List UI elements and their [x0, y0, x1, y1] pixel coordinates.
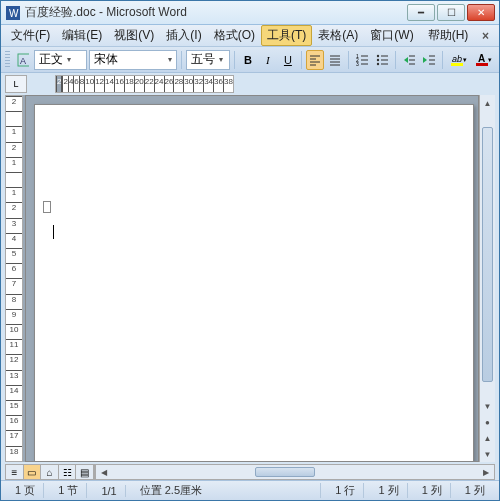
svg-text:A: A: [478, 53, 485, 64]
bullet-list-button[interactable]: [373, 50, 391, 70]
ruler-tick: 10: [84, 76, 94, 92]
tab-selector[interactable]: L: [5, 75, 27, 93]
font-combo[interactable]: 宋体▾: [89, 50, 176, 70]
status-section[interactable]: 1 节: [50, 483, 87, 498]
ruler-tick: 22: [144, 76, 154, 92]
ruler-tick: 16: [114, 76, 124, 92]
ruler-tick: 1: [6, 157, 22, 172]
scroll-up-icon[interactable]: ▲: [480, 95, 495, 111]
ruler-tick: 10: [6, 324, 22, 339]
horizontal-ruler[interactable]: 22468101214161820222426283032343638: [55, 75, 234, 93]
status-page-count[interactable]: 1/1: [93, 485, 125, 497]
menu-table[interactable]: 表格(A): [312, 25, 364, 46]
view-print-layout-icon[interactable]: ▭: [24, 465, 42, 479]
ruler-tick: 8: [6, 294, 22, 309]
status-col-3[interactable]: 1 列: [457, 483, 493, 498]
ruler-tick: 24: [154, 76, 164, 92]
close-button[interactable]: ✕: [467, 4, 495, 21]
text-cursor: [53, 225, 54, 239]
document-area: 2121123456789101112131415161718 ▲ ▼ ● ▲ …: [5, 95, 495, 462]
font-color-button[interactable]: A▾: [472, 50, 495, 70]
svg-rect-35: [476, 63, 488, 66]
app-window: W 百度经验.doc - Microsoft Word ━ ☐ ✕ 文件(F) …: [0, 0, 500, 501]
increase-indent-button[interactable]: [420, 50, 438, 70]
minimize-button[interactable]: ━: [407, 4, 435, 21]
titlebar[interactable]: W 百度经验.doc - Microsoft Word ━ ☐ ✕: [1, 1, 499, 25]
menu-file[interactable]: 文件(F): [5, 25, 56, 46]
scroll-left-icon[interactable]: ◀: [96, 468, 112, 477]
view-reading-icon[interactable]: ▤: [76, 465, 94, 479]
svg-text:ab: ab: [452, 54, 462, 64]
styles-pane-icon[interactable]: A: [14, 50, 32, 70]
status-col-1[interactable]: 1 列: [370, 483, 407, 498]
scroll-right-icon[interactable]: ▶: [478, 468, 494, 477]
ruler-tick: 1: [6, 187, 22, 202]
ruler-tick: 9: [6, 309, 22, 324]
align-distribute-button[interactable]: [326, 50, 344, 70]
window-title: 百度经验.doc - Microsoft Word: [25, 4, 407, 21]
svg-point-18: [376, 54, 378, 56]
prev-page-icon[interactable]: ▲: [480, 430, 495, 446]
ruler-tick: 28: [173, 76, 183, 92]
menu-window[interactable]: 窗口(W): [364, 25, 419, 46]
svg-rect-33: [451, 63, 463, 66]
page-viewport[interactable]: [25, 95, 479, 462]
vertical-ruler[interactable]: 2121123456789101112131415161718: [5, 95, 23, 462]
ruler-tick: 6: [6, 263, 22, 278]
ruler-tick: 38: [223, 76, 233, 92]
menu-format[interactable]: 格式(O): [208, 25, 261, 46]
ruler-tick: 17: [6, 430, 22, 445]
ruler-tick: 12: [6, 354, 22, 369]
ruler-tick: 11: [6, 339, 22, 354]
status-line[interactable]: 1 行: [327, 483, 364, 498]
svg-point-20: [376, 58, 378, 60]
close-document-button[interactable]: ×: [476, 29, 495, 43]
horizontal-scrollbar[interactable]: ◀ ▶: [95, 464, 495, 480]
menu-edit[interactable]: 编辑(E): [56, 25, 108, 46]
ruler-tick: 5: [6, 248, 22, 263]
view-mode-buttons: ≡ ▭ ⌂ ☷ ▤: [5, 464, 95, 480]
next-page-icon[interactable]: ▼: [480, 446, 495, 462]
status-page[interactable]: 1 页: [7, 483, 44, 498]
bold-button[interactable]: B: [239, 50, 257, 70]
scroll-thumb-h[interactable]: [255, 467, 315, 477]
ruler-tick: [6, 111, 22, 126]
style-combo[interactable]: 正文▾: [34, 50, 87, 70]
svg-point-22: [376, 62, 378, 64]
scroll-thumb-v[interactable]: [482, 127, 493, 382]
view-web-layout-icon[interactable]: ⌂: [41, 465, 59, 479]
numbered-list-button[interactable]: 123: [353, 50, 371, 70]
view-outline-icon[interactable]: ☷: [59, 465, 77, 479]
menu-view[interactable]: 视图(V): [108, 25, 160, 46]
ruler-tick: 26: [164, 76, 174, 92]
browse-object-icon[interactable]: ●: [480, 414, 495, 430]
ruler-tick: 2: [6, 142, 22, 157]
view-normal-icon[interactable]: ≡: [6, 465, 24, 479]
maximize-button[interactable]: ☐: [437, 4, 465, 21]
ruler-tick: 15: [6, 400, 22, 415]
ruler-tick: 2: [6, 202, 22, 217]
svg-marker-28: [423, 57, 427, 63]
ruler-tick: 16: [6, 415, 22, 430]
vertical-scrollbar[interactable]: ▲ ▼ ● ▲ ▼: [479, 95, 495, 462]
menu-help[interactable]: 帮助(H): [422, 25, 475, 46]
size-combo[interactable]: 五号▾: [186, 50, 230, 70]
scroll-down-icon[interactable]: ▼: [480, 398, 495, 414]
highlight-color-button[interactable]: ab▾: [447, 50, 470, 70]
ruler-tick: 2: [6, 96, 22, 111]
ruler-tick: 3: [6, 218, 22, 233]
toolbar-grip[interactable]: [5, 51, 10, 69]
status-col-2[interactable]: 1 列: [414, 483, 451, 498]
menu-insert[interactable]: 插入(I): [160, 25, 207, 46]
statusbar: 1 页 1 节 1/1 位置 2.5厘米 1 行 1 列 1 列 1 列: [1, 480, 499, 500]
underline-button[interactable]: U: [279, 50, 297, 70]
ruler-tick: 14: [6, 385, 22, 400]
ruler-tick: 7: [6, 278, 22, 293]
italic-button[interactable]: I: [259, 50, 277, 70]
ruler-tick: 13: [6, 370, 22, 385]
decrease-indent-button[interactable]: [400, 50, 418, 70]
status-position[interactable]: 位置 2.5厘米: [132, 483, 322, 498]
menu-tools[interactable]: 工具(T): [261, 25, 312, 46]
document-page[interactable]: [34, 104, 474, 462]
align-left-button[interactable]: [306, 50, 324, 70]
